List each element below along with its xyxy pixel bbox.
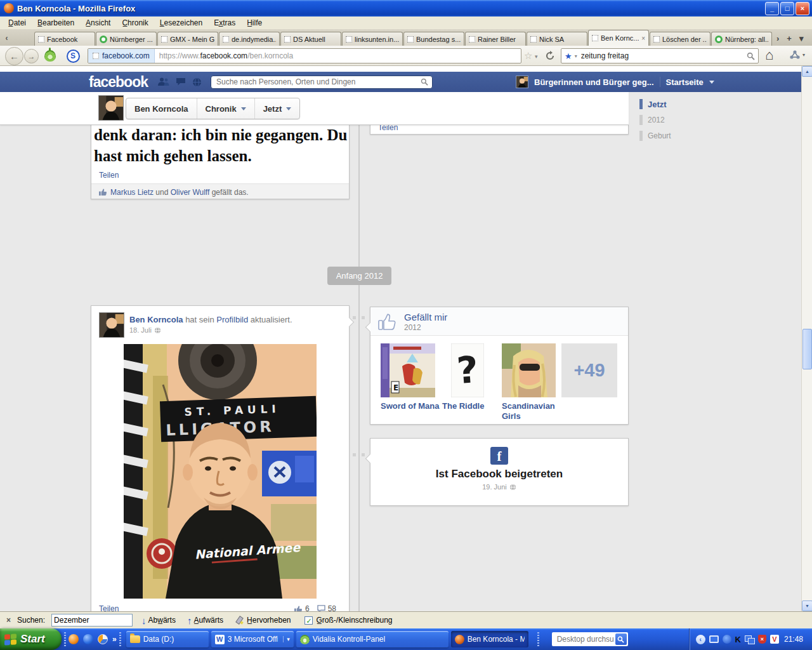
tab-nuernberger[interactable]: Nürnberger ... [96,32,157,46]
start-button[interactable]: Start [0,628,62,650]
url-bar[interactable]: facebook.com https://www.facebook.com/be… [88,48,521,63]
tab-facebook[interactable]: Facebook [34,32,95,46]
tab-scroll-right-button[interactable]: › [773,31,782,45]
scrapbook-button[interactable]: S [65,48,81,63]
keepass-tray-icon[interactable]: K [735,635,741,644]
like-tile-sword-of-mana[interactable]: E [381,343,435,397]
share-link[interactable]: Teilen [99,171,119,180]
comment-count[interactable]: 58 [328,604,336,611]
desktop-search-input[interactable] [556,634,615,644]
find-prev-button[interactable]: A̲ufwärts [193,616,223,625]
likes-more-tile[interactable]: +49 [561,343,617,397]
display-tray-icon[interactable] [709,635,719,643]
reload-button[interactable] [543,49,557,63]
home-button[interactable]: ⌂ [765,47,773,63]
web-search-input[interactable] [580,51,744,61]
tab-ben-korncola-active[interactable]: Ben Kornc... × [588,30,649,46]
tab-gmx[interactable]: GMX - Mein G... [157,32,218,46]
search-icon[interactable] [421,78,428,86]
antivirus-tray-icon[interactable]: V [770,635,779,644]
proxy-network-button[interactable]: ▾ [789,50,805,60]
liker-link[interactable]: Markus Lietz [110,188,154,197]
bluetooth-tray-icon[interactable] [723,635,731,644]
profile-avatar[interactable] [98,95,124,121]
minimize-button[interactable]: _ [765,2,779,15]
messages-icon[interactable] [176,77,186,86]
window-titlebar[interactable]: Ben Korncola - Mozilla Firefox _ □ × [0,0,812,17]
taskbar-button-firefox-active[interactable]: Ben Korncola - Mozilla... [451,631,528,647]
post-date[interactable]: 18. Juli [129,326,152,334]
profile-name-button[interactable]: Ben Korncola [126,98,197,119]
notifications-globe-icon[interactable] [192,77,202,87]
highlighter-icon[interactable] [236,616,244,625]
timenav-geburt[interactable]: Geburt [639,131,671,141]
bookmark-star-icon[interactable]: ☆ [524,50,532,62]
scroll-up-button[interactable]: ▲ [802,66,812,77]
quicklaunch-overflow-chevron[interactable]: » [112,635,117,644]
find-prev-arrow-icon[interactable]: ↑ [187,615,192,626]
facebook-logo[interactable]: facebook [89,74,148,91]
desktop-search-go-button[interactable] [615,633,627,645]
quicklaunch-icon-1[interactable] [69,634,79,644]
security-alert-tray-icon[interactable]: × [758,635,766,644]
tab-nuernberg-all[interactable]: Nürnberg: all.. [711,32,772,46]
list-all-tabs-button[interactable]: ▾ [796,31,807,45]
find-input[interactable] [51,614,133,627]
home-link[interactable]: Startseite [666,77,704,87]
friend-requests-icon[interactable] [158,77,169,86]
desktop-search-box[interactable] [552,632,628,646]
url-text[interactable]: https://www.facebook.com/ben.korncola [155,51,293,60]
quicklaunch-icon-3[interactable] [98,634,108,644]
post-author-avatar[interactable] [99,312,124,338]
share-link[interactable]: Teilen [99,604,119,611]
menu-datei[interactable]: D̲atei [3,17,32,29]
network-tray-icon[interactable] [745,635,754,644]
facebook-search-input[interactable] [215,77,421,87]
search-engine-dropdown-icon[interactable]: ▾ [575,53,577,59]
forward-button[interactable]: → [24,49,39,63]
taskbar-button-vidalia[interactable]: Vidalia Kontroll-Panel [296,631,449,647]
menu-ansicht[interactable]: A̲nsicht [80,17,116,29]
timenav-2012[interactable]: 2012 [639,115,671,125]
likes-box-title-link[interactable]: Gefällt mir [404,312,447,322]
find-next-button[interactable]: Abw̲ärts [148,616,176,625]
joined-date[interactable]: 19. Juni [482,483,507,491]
account-avatar[interactable] [516,76,528,88]
menu-lesezeichen[interactable]: L̲esezeichen [154,17,208,29]
match-case-checkbox[interactable]: ✓ [304,616,313,625]
vertical-scrollbar[interactable]: ▲ ▼ [801,66,812,611]
tab-close-icon[interactable]: × [641,35,645,42]
taskbar-button-office-group[interactable]: W 3 Microsoft Office ... ▾ [211,631,294,647]
maximize-button[interactable]: □ [780,2,794,15]
chronik-dropdown[interactable]: Chronik [197,98,255,119]
site-identity-chip[interactable]: facebook.com [88,49,155,63]
quicklaunch-icon-2[interactable] [83,634,93,644]
profilbild-link[interactable]: Profilbild [216,315,248,324]
tor-onion-button[interactable] [42,48,58,63]
liker-link[interactable]: Oliver Wulff [171,188,210,197]
search-engine-icon[interactable]: ★ [565,51,572,61]
like-tile-scandinavian-girls[interactable] [502,343,556,397]
highlight-all-button[interactable]: H̲ervorheben [247,616,291,625]
back-button[interactable]: ← [5,47,23,65]
close-button[interactable]: × [796,2,809,15]
group-expand-caret-icon[interactable]: ▾ [283,636,290,642]
facebook-search-box[interactable] [211,76,433,89]
tab-indymedia[interactable]: de.indymedia... [219,32,280,46]
jetzt-dropdown[interactable]: Jetzt [255,98,300,119]
account-menu-caret-icon[interactable] [709,81,714,86]
taskbar-button-data-drive[interactable]: Data (D:) [126,631,209,647]
search-go-icon[interactable] [747,52,755,60]
web-search-bar[interactable]: ★ ▾ [561,48,759,63]
tab-bundestag[interactable]: Bundestag s... [403,32,464,46]
menu-extras[interactable]: Ex̲tras [208,17,241,29]
find-close-icon[interactable]: × [6,616,11,625]
like-count[interactable]: 6 [305,604,310,611]
account-name-link[interactable]: Bürgerinnen und Bürger geg... [534,77,654,87]
tab-rainer-biller[interactable]: Rainer Biller [465,32,526,46]
new-tab-button[interactable]: + [783,31,795,45]
timenav-jetzt[interactable]: Jetzt [639,99,671,109]
tab-loeschen[interactable]: Löschen der ... [650,32,710,46]
menu-bearbeiten[interactable]: B̲earbeiten [32,17,80,29]
menu-chronik[interactable]: C̲hronik [116,17,154,29]
